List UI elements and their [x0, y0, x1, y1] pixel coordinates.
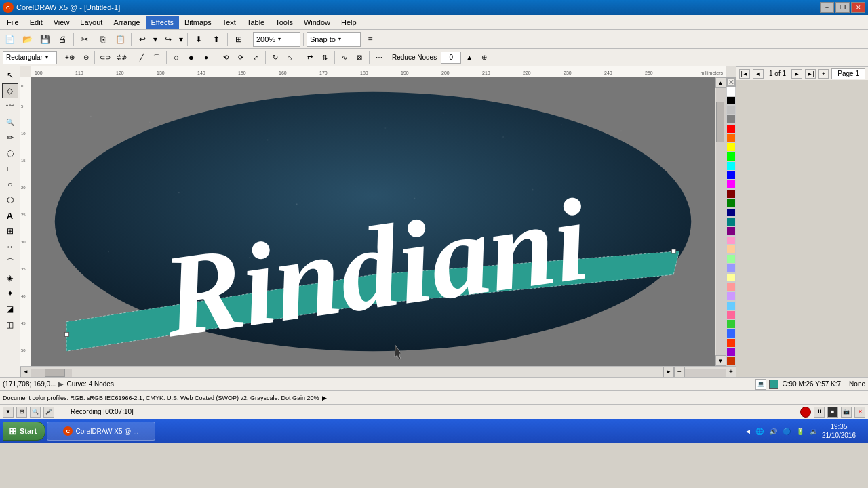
reduce-nodes-apply[interactable]: ⊕ [477, 51, 491, 64]
minimize-button[interactable]: − [820, 2, 834, 13]
no-color-swatch[interactable]: ✕ [726, 77, 736, 87]
green-swatch[interactable] [726, 152, 736, 161]
smooth-node-button[interactable]: ◆ [184, 51, 198, 64]
menu-bitmaps[interactable]: Bitmaps [179, 16, 217, 29]
gray-swatch[interactable] [726, 115, 736, 124]
interactive-fill-tool[interactable]: ◫ [2, 317, 18, 332]
menu-window[interactable]: Window [298, 16, 336, 29]
select-all-nodes-button[interactable]: ⊠ [353, 51, 366, 64]
record-close-button[interactable]: ✕ [854, 407, 865, 418]
ellipse-tool[interactable]: ○ [2, 177, 18, 192]
record-start-button[interactable] [800, 407, 811, 418]
pink-swatch[interactable] [726, 236, 736, 245]
page-first-button[interactable]: |◄ [739, 69, 750, 79]
page-prev-button[interactable]: ◄ [753, 69, 764, 79]
maroon-swatch[interactable] [726, 189, 736, 199]
taskbar-app-coreldraw[interactable]: C CorelDRAW X5 @ ... [47, 422, 155, 441]
yellow-swatch[interactable] [726, 142, 736, 152]
reverse-curve-button[interactable]: ⟲ [219, 51, 233, 64]
red-swatch[interactable] [726, 124, 736, 134]
hide-tray-button[interactable]: ◄ [745, 428, 751, 435]
network-icon[interactable]: 🌐 [754, 426, 765, 436]
orange-swatch[interactable] [726, 134, 736, 143]
color-profile-expand[interactable]: ▶ [322, 394, 327, 401]
volume-icon[interactable]: 🔊 [768, 426, 778, 436]
purple-swatch[interactable] [726, 226, 736, 236]
menu-view[interactable]: View [48, 16, 75, 29]
redo-button[interactable]: ↪ [160, 32, 176, 47]
violet-swatch[interactable] [726, 348, 736, 357]
system-clock[interactable]: 19:35 21/10/2016 [822, 422, 856, 440]
darkgreen-swatch[interactable] [726, 199, 736, 208]
brick-swatch[interactable] [726, 357, 736, 366]
join-nodes-button[interactable]: ⊂⊃ [98, 51, 113, 64]
extend-curve-button[interactable]: ⤢ [249, 51, 262, 64]
record-stop-button[interactable]: ■ [827, 407, 838, 418]
blue-swatch[interactable] [726, 171, 736, 180]
vermilion-swatch[interactable] [726, 338, 736, 348]
cut-button[interactable]: ✂ [77, 32, 93, 47]
connector-tool[interactable]: ⌒ [2, 255, 18, 270]
table-tool[interactable]: ⊞ [2, 224, 18, 239]
rectangle-tool[interactable]: □ [2, 161, 18, 176]
smear-tool[interactable]: 〰 [2, 99, 18, 114]
redo-dropdown[interactable]: ▾ [178, 32, 184, 47]
snap-options-button[interactable]: ≡ [362, 32, 378, 47]
titlebar-controls[interactable]: − ❐ ✕ [820, 2, 865, 13]
menu-layout[interactable]: Layout [75, 16, 108, 29]
delete-node-button[interactable]: -⊖ [78, 51, 92, 64]
reduce-nodes-minus[interactable]: ▲ [462, 51, 476, 64]
navy-swatch[interactable] [726, 208, 736, 218]
add-page-button[interactable]: + [818, 69, 829, 79]
recording-icon-3[interactable]: 🎤 [43, 407, 54, 418]
curve-button[interactable]: ⌒ [150, 51, 163, 64]
scroll-down-button[interactable]: ▼ [715, 355, 726, 366]
break-nodes-button[interactable]: ⊄⊅ [114, 51, 129, 64]
reduce-nodes-input[interactable] [441, 52, 461, 64]
extract-subpath-button[interactable]: ⟳ [234, 51, 248, 64]
royalblue-swatch[interactable] [726, 329, 736, 338]
elastic-mode-button[interactable]: ∿ [338, 51, 351, 64]
scroll-left-button[interactable]: ◄ [20, 367, 31, 378]
recording-icon-1[interactable]: ⊞ [16, 407, 27, 418]
v-mirror-button[interactable]: ⇅ [318, 51, 332, 64]
undo-button[interactable]: ↩ [134, 32, 151, 47]
zoom-dropdown[interactable]: 200% ▾ [253, 32, 300, 47]
record-cam-button[interactable]: 📷 [841, 407, 852, 418]
black-swatch[interactable] [726, 96, 736, 106]
export-button[interactable]: ⬆ [208, 32, 224, 47]
dimension-tool[interactable]: ↔ [2, 239, 18, 254]
scroll-thumb-h[interactable] [45, 369, 65, 377]
lavender-swatch[interactable] [726, 291, 736, 301]
scroll-right-button[interactable]: ► [663, 367, 674, 378]
open-button[interactable]: 📂 [19, 32, 35, 47]
start-button[interactable]: ⊞ Start [3, 422, 45, 441]
zoom-out-button[interactable]: − [674, 367, 685, 378]
snap-to-dropdown[interactable]: Snap to ▾ [307, 32, 361, 47]
add-node-button[interactable]: +⊕ [63, 51, 77, 64]
skyblue-swatch[interactable] [726, 301, 736, 310]
close-button[interactable]: ✕ [851, 2, 865, 13]
show-desktop-button[interactable] [859, 422, 863, 441]
battery-icon[interactable]: 🔋 [795, 426, 806, 436]
menu-arrange[interactable]: Arrange [108, 16, 145, 29]
smart-draw-tool[interactable]: ◌ [2, 146, 18, 161]
lightblue-swatch[interactable] [726, 264, 736, 273]
polygon-tool[interactable]: ⬡ [2, 192, 18, 207]
teal-swatch[interactable] [726, 217, 736, 226]
page-next-button[interactable]: ► [791, 69, 802, 79]
handle-tr[interactable] [672, 249, 676, 253]
menu-text[interactable]: Text [217, 16, 241, 29]
recording-down-btn[interactable]: ▼ [3, 407, 14, 418]
shape-mode-dropdown[interactable]: Rectangular ▾ [3, 51, 57, 64]
page-1-tab[interactable]: Page 1 [831, 68, 865, 79]
scale-nodes-button[interactable]: ⤡ [283, 51, 297, 64]
print-button[interactable]: 🖨 [54, 32, 71, 47]
menu-table[interactable]: Table [241, 16, 270, 29]
cyan-swatch[interactable] [726, 161, 736, 171]
cusp-node-button[interactable]: ◇ [170, 51, 183, 64]
rotate-nodes-button[interactable]: ↻ [269, 51, 282, 64]
line-button[interactable]: ╱ [135, 51, 149, 64]
snap-toggle[interactable]: ⊞ [231, 32, 247, 47]
new-button[interactable]: 📄 [1, 32, 18, 47]
